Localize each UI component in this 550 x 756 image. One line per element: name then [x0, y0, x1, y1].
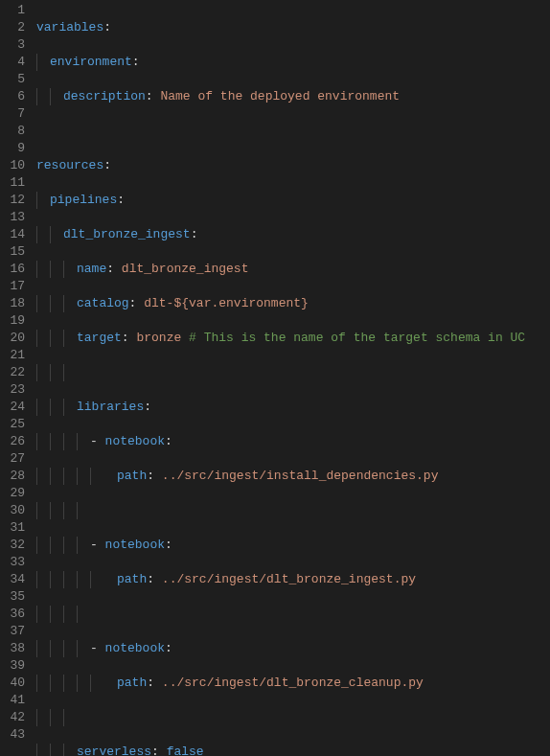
- code-editor: 1234567891011121314151617181920212223242…: [0, 0, 550, 756]
- yaml-key: catalog: [77, 296, 129, 310]
- line-number: 6: [0, 88, 25, 105]
- yaml-key: resources: [36, 158, 103, 172]
- line-number: 4: [0, 54, 25, 71]
- line-number: 40: [0, 675, 25, 692]
- line-number: 30: [0, 502, 25, 519]
- line-number: 2: [0, 19, 25, 36]
- line-number: 29: [0, 485, 25, 502]
- line-number: 18: [0, 295, 25, 312]
- line-number: 27: [0, 450, 25, 468]
- yaml-key: notebook: [105, 538, 165, 552]
- line-number: 3: [0, 36, 25, 54]
- line-number: 43: [0, 726, 25, 744]
- line-number: 8: [0, 123, 25, 140]
- line-number: 5: [0, 71, 25, 88]
- yaml-key: dlt_bronze_ingest: [63, 227, 191, 241]
- yaml-value: ../src/ingest/dlt_bronze_cleanup.py: [162, 676, 424, 690]
- line-number: 39: [0, 657, 25, 675]
- line-number: 42: [0, 709, 25, 726]
- yaml-key: name: [77, 262, 106, 276]
- line-number: 31: [0, 519, 25, 537]
- yaml-key: path: [117, 572, 147, 586]
- yaml-key: libraries: [77, 400, 144, 414]
- yaml-value: bronze: [136, 331, 181, 345]
- yaml-value: ../src/ingest/dlt_bronze_ingest.py: [162, 572, 416, 586]
- line-number: 11: [0, 174, 25, 192]
- line-number: 38: [0, 640, 25, 657]
- line-number: 34: [0, 571, 25, 588]
- line-number: 1: [0, 2, 25, 19]
- yaml-key: pipelines: [50, 193, 117, 207]
- line-number: 21: [0, 347, 25, 364]
- yaml-key: notebook: [105, 641, 165, 655]
- line-number: 36: [0, 606, 25, 623]
- line-number-gutter: 1234567891011121314151617181920212223242…: [0, 0, 36, 756]
- yaml-key: variables: [36, 20, 103, 34]
- yaml-key: environment: [50, 55, 132, 69]
- line-number: 23: [0, 381, 25, 399]
- line-number: 10: [0, 157, 25, 174]
- line-number: 13: [0, 209, 25, 226]
- line-number: 28: [0, 468, 25, 485]
- yaml-key: notebook: [105, 434, 165, 448]
- line-number: 25: [0, 416, 25, 433]
- yaml-key: target: [77, 331, 122, 345]
- line-number: 12: [0, 192, 25, 209]
- line-number: 22: [0, 364, 25, 381]
- yaml-key: path: [117, 469, 147, 483]
- line-number: 35: [0, 588, 25, 606]
- line-number: 41: [0, 692, 25, 709]
- yaml-comment: # This is the name of the target schema …: [189, 331, 525, 345]
- line-number: 15: [0, 243, 25, 261]
- yaml-value: dlt_bronze_ingest: [122, 262, 249, 276]
- line-number: 37: [0, 623, 25, 640]
- line-number: 24: [0, 399, 25, 416]
- line-number: 20: [0, 330, 25, 347]
- yaml-key: path: [117, 676, 147, 690]
- line-number: 19: [0, 312, 25, 330]
- line-number: 17: [0, 278, 25, 295]
- yaml-value: false: [167, 745, 204, 756]
- line-number: 32: [0, 537, 25, 554]
- line-number: 7: [0, 105, 25, 123]
- yaml-value: dlt-${var.environment}: [144, 296, 309, 310]
- yaml-value: Name of the deployed environment: [160, 89, 400, 103]
- line-number: 33: [0, 554, 25, 571]
- line-number: 26: [0, 433, 25, 450]
- yaml-value: ../src/ingest/install_dependencies.py: [162, 469, 439, 483]
- yaml-key: serverless: [77, 745, 151, 756]
- code-content[interactable]: variables: environment: description: Nam…: [36, 0, 550, 756]
- line-number: 9: [0, 140, 25, 157]
- line-number: 16: [0, 261, 25, 278]
- yaml-key: description: [63, 89, 146, 103]
- line-number: 14: [0, 226, 25, 243]
